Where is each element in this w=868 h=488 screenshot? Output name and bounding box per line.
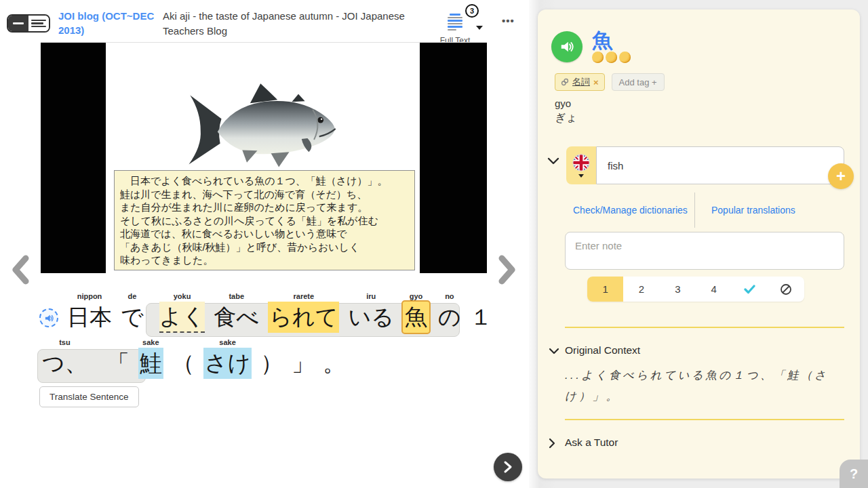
word-token[interactable]: iruいる xyxy=(348,291,394,333)
srs-status-bar: 1 2 3 4 xyxy=(587,277,804,302)
speaker-icon xyxy=(559,39,574,54)
tag-label: 名詞 xyxy=(572,76,590,88)
pages-badge: 3 xyxy=(465,4,479,18)
word-token[interactable]: noの xyxy=(438,291,461,333)
status-3-button[interactable]: 3 xyxy=(660,277,696,302)
sentence-line-2: tsuつ、 「 sake鮭 （ sakeさけ ） 」 。 xyxy=(39,338,345,379)
romaji-label: sake xyxy=(219,338,235,347)
word-text: １ xyxy=(470,302,492,333)
word-token-selected[interactable]: gyo魚 xyxy=(403,291,429,333)
coin-icon xyxy=(619,52,631,63)
word-token[interactable]: tabe食べ xyxy=(214,291,259,333)
lesson-title: Aki aji - the taste of Japanese autumn -… xyxy=(163,9,420,39)
word-token[interactable]: rareteられて xyxy=(268,291,339,333)
romaji-label: tsu xyxy=(59,338,71,347)
word-token[interactable]: 。 xyxy=(323,338,345,379)
slide-caption-text: 日本でよく食べられている魚の１つ、「鮭（さけ）」。 鮭は川で生まれ、海へ下って北… xyxy=(114,170,415,270)
course-link[interactable]: JOI blog (OCT~DEC 2013) xyxy=(58,9,160,37)
word-token[interactable]: sakeさけ xyxy=(203,338,252,379)
link-icon xyxy=(561,78,569,86)
ask-tutor-heading[interactable]: Ask a Tutor xyxy=(565,436,618,449)
divider xyxy=(694,192,695,228)
original-context-text: ...よく食べられている魚の１つ、「鮭（さけ）」。 xyxy=(565,365,833,407)
word-token[interactable]: nippon日本 xyxy=(67,291,112,333)
translate-sentence-button[interactable]: Translate Sentence xyxy=(39,386,139,407)
word-token[interactable]: deで xyxy=(121,291,144,333)
status-known-button[interactable] xyxy=(732,277,768,302)
next-sentence-fab[interactable] xyxy=(494,453,522,481)
status-4-button[interactable]: 4 xyxy=(696,277,732,302)
slide-letterbox-right xyxy=(420,43,487,273)
slide-letterbox-left xyxy=(41,43,106,273)
more-menu-button[interactable]: ••• xyxy=(502,15,515,26)
sentence-line-1: nippon日本 deで yokuよく tabe食べ rareteられて iru… xyxy=(39,291,492,333)
uk-flag-icon xyxy=(572,153,591,172)
dictionary-language-button[interactable] xyxy=(566,146,596,184)
expand-tutor-chevron[interactable] xyxy=(549,438,556,451)
word-token[interactable]: 」 xyxy=(292,338,314,379)
original-context-heading[interactable]: Original Context xyxy=(565,344,640,357)
next-page-button[interactable] xyxy=(498,255,517,285)
word-text: で xyxy=(121,302,144,333)
full-text-button[interactable]: Full Text xyxy=(439,14,471,45)
word-token[interactable]: ） xyxy=(260,338,283,379)
term-kana: ぎょ xyxy=(555,111,577,125)
coin-icon xyxy=(592,52,604,63)
word-text: 日本 xyxy=(67,302,112,333)
lesson-slide-image: 日本でよく食べられている魚の１つ、「鮭（さけ）」。 鮭は川で生まれ、海へ下って北… xyxy=(41,42,487,273)
word-text: ） xyxy=(260,348,283,379)
term-audio-button[interactable] xyxy=(551,31,583,62)
sentence-audio-button[interactable] xyxy=(39,308,58,327)
romaji-label: gyo xyxy=(410,291,423,301)
chevron-down-icon[interactable] xyxy=(476,26,483,30)
word-text: つ、 xyxy=(42,348,87,379)
word-text-highlighted: さけ xyxy=(203,348,252,379)
word-text: の xyxy=(438,302,461,333)
word-text: 「 xyxy=(107,348,130,379)
status-2-button[interactable]: 2 xyxy=(623,277,659,302)
word-token[interactable]: sake鮭 xyxy=(138,338,163,379)
word-text: いる xyxy=(348,302,394,333)
tag-row: 名詞 × Add tag + xyxy=(555,73,665,91)
tag-noun[interactable]: 名詞 × xyxy=(555,73,605,91)
word-text: 食べ xyxy=(214,302,259,333)
word-token[interactable]: tsuつ、 xyxy=(42,338,87,379)
word-text-highlighted: 鮭 xyxy=(138,348,163,379)
importance-coins xyxy=(592,52,631,63)
term-romaji: gyo xyxy=(555,98,571,109)
text-lines-icon xyxy=(28,16,49,31)
romaji-label: rarete xyxy=(293,291,314,301)
chevron-right-icon xyxy=(502,460,513,474)
checkmark-icon xyxy=(744,285,755,294)
romaji-label: nippon xyxy=(77,291,102,301)
romaji-label: de xyxy=(127,291,136,301)
collapse-translation-chevron[interactable] xyxy=(547,156,559,168)
word-token[interactable]: （ xyxy=(172,338,195,379)
romaji-label: tabe xyxy=(229,291,244,301)
manage-dictionaries-link[interactable]: Check/Manage dictionaries xyxy=(573,205,688,216)
add-tag-button[interactable]: Add tag + xyxy=(612,73,665,91)
word-text: 」 xyxy=(292,348,314,379)
previous-page-button[interactable] xyxy=(11,255,30,285)
term-headword[interactable]: 魚 xyxy=(592,27,612,55)
speaker-icon xyxy=(44,313,54,323)
add-translation-button[interactable]: + xyxy=(828,163,854,189)
help-button[interactable]: ? xyxy=(840,460,868,488)
romaji-label: iru xyxy=(366,291,376,301)
vocabulary-widget: 魚 名詞 × Add tag + gyo ぎょ xyxy=(538,9,860,479)
status-ignore-button[interactable] xyxy=(768,277,804,302)
note-input[interactable] xyxy=(565,232,844,270)
remove-tag-icon[interactable]: × xyxy=(593,77,599,87)
word-token[interactable]: yokuよく xyxy=(159,291,205,333)
word-token[interactable]: １ xyxy=(470,291,492,333)
translation-input[interactable] xyxy=(596,146,844,184)
word-token[interactable]: 「 xyxy=(107,338,130,379)
popular-translations-link[interactable]: Popular translations xyxy=(711,205,795,216)
romaji-label: no xyxy=(445,291,454,301)
lingq-reader-page: JOI blog (OCT~DEC 2013) Aki aji - the ta… xyxy=(0,0,868,488)
status-1-button[interactable]: 1 xyxy=(587,277,623,302)
sidebar-toggle-button[interactable] xyxy=(7,14,50,33)
collapse-icon xyxy=(8,16,28,31)
section-divider xyxy=(565,327,844,328)
collapse-context-chevron[interactable] xyxy=(549,346,559,358)
